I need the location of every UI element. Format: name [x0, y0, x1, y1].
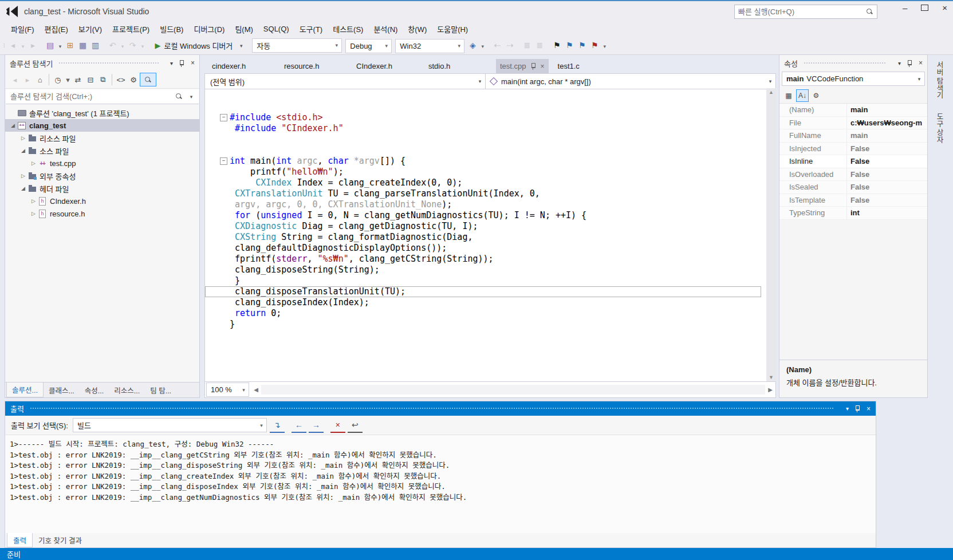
solution-explorer-header[interactable]: 솔루션 탐색기 ▾ × — [5, 55, 199, 71]
collapse-all-icon[interactable]: ⊟ — [84, 73, 97, 86]
tree-item[interactable]: ▷외부 종속성 — [5, 169, 199, 182]
output-tab-[interactable]: 출력 — [7, 533, 33, 547]
search-icon[interactable] — [175, 93, 183, 100]
output-header[interactable]: 출력 ▾ × — [5, 401, 876, 416]
code-line[interactable]: −int main(int argc, char *argv[]) { — [205, 156, 776, 167]
start-debug-button[interactable]: ▶ 로컬 Windows 디버거 ▾ — [151, 38, 251, 53]
document-tab[interactable]: test1.c — [553, 59, 584, 73]
redo-icon[interactable]: ↷ — [127, 39, 139, 52]
tool-tab-[interactable]: 클래스... — [44, 382, 80, 397]
window-position-icon[interactable]: ▾ — [170, 60, 173, 66]
pending-changes-filter-icon[interactable]: ◷ — [52, 73, 64, 86]
code-line[interactable]: clang_disposeTranslationUnit(TU); — [205, 286, 761, 297]
tool-tab-[interactable]: 리소스... — [109, 382, 145, 397]
code-line[interactable]: CXString String = clang_formatDiagnostic… — [205, 232, 776, 243]
pending-changes-dropdown-icon[interactable]: ▾ — [64, 73, 72, 86]
prev-message-icon[interactable]: ← — [292, 418, 306, 433]
document-tab[interactable]: resource.h — [279, 59, 347, 73]
code-line[interactable]: printf("hello₩n"); — [205, 167, 776, 178]
undo-dropdown-icon[interactable]: ▾ — [119, 40, 127, 53]
property-row[interactable]: IsTemplateFalse — [779, 194, 927, 207]
find-in-files-icon[interactable]: ◈ — [466, 39, 479, 52]
search-solution-explorer-icon[interactable] — [140, 73, 156, 86]
show-all-files-icon[interactable]: ⧉ — [97, 73, 109, 86]
document-tab[interactable]: test.cpp× — [496, 59, 549, 73]
close-icon[interactable]: × — [191, 59, 195, 67]
home-icon[interactable]: ⌂ — [34, 73, 46, 86]
save-icon[interactable]: ▦ — [77, 39, 89, 52]
tree-item[interactable]: ◢++clang_test — [5, 119, 199, 132]
navigate-forward-icon[interactable]: ⇢ — [503, 39, 516, 52]
fold-collapse-icon[interactable]: − — [220, 157, 230, 165]
code-line[interactable]: fprintf(stderr, "%s₩n", clang_getCString… — [205, 254, 776, 265]
new-file-icon[interactable]: ▤ — [44, 39, 57, 52]
tree-expanded-arrow-icon[interactable]: ◢ — [19, 148, 27, 153]
window-position-icon[interactable]: ▾ — [898, 60, 901, 66]
menu-item[interactable]: 도움말(H) — [432, 21, 473, 37]
forward-icon[interactable]: ▸ — [21, 73, 34, 86]
property-value[interactable]: False — [847, 155, 927, 168]
tree-item[interactable]: ▷hCIndexer.h — [5, 195, 199, 207]
code-line[interactable]: return 0; — [205, 308, 776, 319]
tree-collapsed-arrow-icon[interactable]: ▷ — [29, 198, 38, 204]
property-value[interactable]: False — [847, 181, 927, 194]
tree-item[interactable]: ◢소스 파일 — [5, 144, 199, 157]
property-value[interactable]: False — [847, 168, 927, 181]
property-row[interactable]: FullNamemain — [779, 129, 927, 143]
goto-source-icon[interactable]: ↴ — [270, 418, 285, 433]
output-source-combo[interactable]: 빌드 ▾ — [73, 418, 267, 432]
debug-target-combo[interactable]: 자동▾ — [252, 38, 342, 53]
code-line[interactable]: argv, argc, 0, 0, CXTranslationUnit_None… — [205, 199, 776, 210]
new-file-dropdown-icon[interactable]: ▾ — [57, 40, 64, 53]
menu-item[interactable]: 보기(V) — [73, 21, 107, 37]
menu-item[interactable]: 편집(E) — [40, 21, 73, 37]
property-row[interactable]: IsOverloadedFalse — [779, 168, 927, 182]
save-all-icon[interactable]: ▥ — [89, 39, 102, 52]
clear-all-icon[interactable]: × — [330, 418, 345, 433]
menu-item[interactable]: 도구(T) — [294, 21, 328, 37]
code-line[interactable] — [205, 134, 776, 145]
properties-icon[interactable]: ⚙ — [127, 73, 140, 86]
menu-item[interactable]: 분석(N) — [368, 21, 403, 37]
tree-expanded-arrow-icon[interactable]: ◢ — [9, 123, 17, 128]
tree-item[interactable]: ▷hresource.h — [5, 207, 199, 220]
tool-tab-[interactable]: 팀 탐... — [145, 382, 176, 397]
horizontal-scrollbar[interactable] — [261, 385, 765, 395]
close-button[interactable]: × — [942, 3, 947, 12]
tree-item[interactable]: ▷++test.cpp — [5, 157, 199, 169]
close-icon[interactable]: × — [867, 405, 871, 413]
tree-item[interactable]: ◢헤더 파일 — [5, 182, 199, 195]
next-message-icon[interactable]: → — [309, 418, 324, 433]
tool-tab-[interactable]: 속성... — [80, 382, 109, 397]
maximize-button[interactable] — [921, 5, 928, 11]
output-tab-[interactable]: 기호 찾기 결과 — [33, 533, 88, 547]
tree-item[interactable]: ▷리소스 파일 — [5, 132, 199, 144]
code-line[interactable]: clang_defaultDiagnosticDisplayOptions())… — [205, 243, 776, 254]
close-icon[interactable]: × — [919, 59, 923, 67]
menu-item[interactable]: 팀(M) — [230, 21, 258, 37]
back-icon[interactable]: ◂ — [9, 73, 21, 86]
code-line[interactable]: } — [205, 275, 776, 286]
document-tab[interactable]: CIndexer.h — [352, 59, 419, 73]
toolbar-grip[interactable]: ⁞ — [3, 43, 5, 49]
clear-bookmarks-icon[interactable]: ⚑ — [588, 39, 601, 52]
back-icon[interactable]: ◂ — [7, 39, 19, 52]
property-pages-icon[interactable]: ⚙ — [810, 90, 822, 101]
titlebar[interactable]: clang_test - Microsoft Visual Studio – × — [0, 0, 953, 21]
forward-icon[interactable]: ▸ — [27, 39, 40, 52]
categorized-icon[interactable]: ▦ — [783, 90, 794, 101]
menu-item[interactable]: 빌드(B) — [155, 21, 188, 37]
menu-item[interactable]: 창(W) — [403, 21, 432, 37]
side-tab-도구상자[interactable]: 도구 상자 — [929, 106, 950, 150]
code-line[interactable]: clang_disposeIndex(Index); — [205, 297, 776, 308]
solution-search-box[interactable]: ▾ — [6, 89, 199, 104]
undo-icon[interactable]: ↶ — [107, 39, 119, 52]
pin-icon[interactable] — [907, 60, 913, 67]
toolbar-overflow-icon[interactable]: ▾ — [601, 40, 608, 53]
minimize-button[interactable]: – — [903, 3, 907, 12]
side-tab-서버탐색기[interactable]: 서버 탐색기 — [929, 54, 950, 106]
scroll-up-icon[interactable]: ▲ — [766, 89, 776, 95]
comment-selection-icon[interactable]: ≣ — [521, 39, 533, 52]
property-value[interactable]: c:₩users₩seong-m — [847, 117, 927, 129]
vertical-scrollbar[interactable]: ▲ ▼ — [766, 88, 776, 382]
